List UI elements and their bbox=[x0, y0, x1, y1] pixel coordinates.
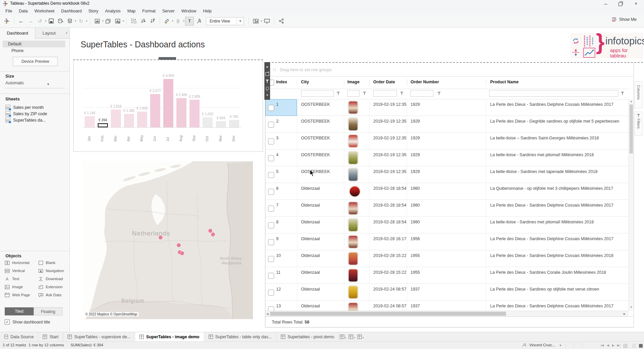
menu-story[interactable]: Story bbox=[85, 9, 101, 13]
share-icon[interactable] bbox=[277, 17, 285, 25]
new-worksheet-tab-button[interactable]: + bbox=[339, 332, 348, 341]
run-update-icon[interactable]: ↻▾ bbox=[76, 17, 87, 25]
column-header-index[interactable]: Index bbox=[276, 80, 287, 84]
fix-axes-icon[interactable] bbox=[195, 17, 203, 25]
sheet-item[interactable]: SuperTables da... bbox=[0, 117, 70, 123]
row-checkbox[interactable] bbox=[268, 306, 274, 311]
row-checkbox[interactable] bbox=[268, 206, 274, 212]
bar-Feb[interactable] bbox=[98, 123, 108, 127]
object-download[interactable]: Download bbox=[38, 277, 67, 281]
sort-descending-icon[interactable] bbox=[148, 17, 157, 25]
row-checkbox[interactable] bbox=[268, 222, 274, 228]
row-checkbox[interactable] bbox=[268, 189, 274, 195]
undo-icon[interactable]: ← bbox=[17, 17, 25, 25]
filter-order-date-funnel-icon[interactable] bbox=[400, 92, 403, 95]
collapse-pane-icon[interactable]: ‹ bbox=[66, 30, 68, 35]
row-checkbox[interactable] bbox=[268, 105, 274, 111]
map-attribution[interactable]: © 2022 Mapbox © OpenStreetMap bbox=[84, 312, 139, 316]
sheet-item[interactable]: Sales per month bbox=[0, 104, 70, 111]
filter-city-funnel-icon[interactable] bbox=[337, 92, 340, 95]
chart-zone[interactable]: € 1.140Jan€ 394Feb€ 1.816Mar€ 1.380Apr€ … bbox=[73, 59, 263, 152]
size-dropdown[interactable]: Automatic ▼ bbox=[5, 81, 65, 88]
floating-button[interactable]: Floating bbox=[34, 307, 62, 315]
table-row[interactable]: 13Oldenzaal2019-02-24 08:571937La Perle … bbox=[265, 301, 629, 311]
clear-sheet-icon[interactable]: ▾ bbox=[113, 17, 124, 25]
sheet-tab-data-source[interactable]: Data Source bbox=[0, 332, 38, 341]
filter-order-number-input[interactable] bbox=[411, 90, 433, 97]
table-row[interactable]: 4OOSTERBEEK2019-02-19 12:351929La belle-… bbox=[265, 149, 629, 166]
zone-more-icon[interactable]: ▼ bbox=[264, 92, 270, 99]
object-blank[interactable]: Blank bbox=[38, 261, 67, 265]
table-row[interactable]: 10Oldenzaal2019-02-28 15:221955La Perle … bbox=[265, 250, 629, 267]
sheet-tab-supertables-table-only-das[interactable]: SuperTables - table only das... bbox=[204, 332, 276, 341]
table-row[interactable]: 11Oldenzaal2019-02-28 15:221955La Perle … bbox=[265, 267, 629, 284]
sheet-tab-supertables-image-demo[interactable]: SuperTables - image demo bbox=[135, 332, 204, 341]
scroll-right-icon[interactable]: ▶ bbox=[624, 312, 626, 315]
group-members-icon[interactable]: ▾ bbox=[173, 17, 184, 25]
new-story-tab-button[interactable]: + bbox=[356, 332, 365, 341]
object-text[interactable]: AText bbox=[5, 277, 38, 281]
table-row[interactable]: 3OOSTERBEEK2019-02-19 12:351929La belle-… bbox=[265, 133, 629, 149]
new-data-source-icon[interactable] bbox=[56, 17, 65, 25]
map-zone[interactable]: Netherlands North Rhine-Westphalia Belgi… bbox=[82, 161, 253, 319]
horizontal-scrollbar[interactable]: ◀ ▶ bbox=[265, 311, 629, 316]
device-preview-button[interactable]: Device Preview bbox=[13, 57, 58, 66]
scroll-left-icon[interactable]: ◀ bbox=[266, 312, 268, 315]
zone-close-icon[interactable]: ✕ bbox=[264, 63, 270, 71]
pause-auto-updates-icon[interactable]: ▾ bbox=[65, 17, 76, 25]
sort-ascending-icon[interactable] bbox=[139, 17, 147, 25]
column-header-product-name[interactable]: Product Name bbox=[490, 80, 519, 84]
tab-dashboard[interactable]: Dashboard bbox=[0, 28, 35, 39]
map-mark[interactable] bbox=[159, 235, 163, 239]
bar-May[interactable] bbox=[137, 112, 147, 127]
show-mark-labels-icon[interactable]: T bbox=[185, 17, 194, 26]
menu-map[interactable]: Map bbox=[124, 9, 139, 13]
row-groups-dropzone[interactable]: Drag here to set row groups bbox=[265, 63, 643, 77]
zone-drag-handle[interactable] bbox=[159, 57, 176, 60]
presentation-mode-icon[interactable] bbox=[263, 17, 271, 25]
filters-side-tab[interactable]: Filters bbox=[635, 112, 642, 136]
row-checkbox[interactable] bbox=[268, 239, 274, 245]
menu-help[interactable]: Help bbox=[200, 9, 215, 13]
table-row[interactable]: 12Oldenzaal2019-02-24 08:571937La Perle … bbox=[265, 284, 629, 301]
menu-window[interactable]: Window bbox=[178, 9, 200, 13]
filter-product-name-input[interactable] bbox=[489, 90, 618, 97]
map-mark[interactable] bbox=[177, 243, 181, 247]
bar-Jul[interactable] bbox=[163, 79, 173, 127]
last-sheet-icon[interactable]: ▶| bbox=[617, 344, 620, 347]
current-view-icon[interactable] bbox=[639, 344, 643, 348]
show-me-button[interactable]: Show Me bbox=[612, 17, 637, 22]
menu-data[interactable]: Data bbox=[15, 9, 31, 13]
table-row[interactable]: 7Oldenzaal2019-02-28 18:541960La Perle d… bbox=[265, 200, 629, 217]
restore-button[interactable] bbox=[614, 0, 626, 7]
object-vertical[interactable]: Vertical bbox=[5, 269, 38, 273]
zone-filter-icon[interactable] bbox=[264, 78, 270, 85]
show-hide-cards-icon[interactable]: ▾ bbox=[251, 17, 262, 25]
new-worksheet-icon[interactable]: ▾ bbox=[92, 17, 103, 25]
minimize-button[interactable] bbox=[600, 0, 611, 7]
scroll-down-icon[interactable]: ▼ bbox=[630, 306, 633, 309]
close-button[interactable]: × bbox=[630, 0, 642, 7]
menu-worksheet[interactable]: Worksheet bbox=[31, 9, 58, 13]
column-header-order-number[interactable]: Order Number bbox=[411, 80, 439, 84]
zone-pin-icon[interactable] bbox=[264, 85, 270, 92]
object-web-page[interactable]: Web Page bbox=[5, 293, 38, 297]
map-mark[interactable] bbox=[180, 251, 184, 255]
column-header-order-date[interactable]: Order Date bbox=[373, 80, 395, 84]
device-phone[interactable]: Phone bbox=[3, 47, 65, 54]
scroll-up-icon[interactable]: ▲ bbox=[630, 100, 633, 103]
table-row[interactable]: 9Oldenzaal2019-02-28 16:171956La Perle d… bbox=[265, 233, 629, 250]
fit-selector[interactable]: Entire View ▼ bbox=[206, 17, 244, 25]
table-row[interactable]: 2OOSTERBEEK2019-02-19 12:351929La Perle … bbox=[265, 116, 629, 133]
supertable-zone[interactable]: Drag here to set row groups IndexCityIma… bbox=[265, 62, 643, 328]
filter-image-input[interactable] bbox=[347, 90, 359, 97]
user-menu[interactable]: Vincent Cruic... ▼ bbox=[523, 343, 562, 347]
zone-expand-icon[interactable] bbox=[264, 71, 270, 78]
object-image[interactable]: Image bbox=[5, 285, 38, 289]
bar-Dec[interactable] bbox=[229, 120, 239, 127]
table-row[interactable]: 8Oldenzaal2019-02-28 18:541960La belle-i… bbox=[265, 217, 629, 233]
swap-rows-columns-icon[interactable] bbox=[130, 17, 138, 25]
sheet-tab-supertables-superstore-de[interactable]: SuperTables - superstore de... bbox=[63, 332, 135, 341]
table-row[interactable]: 1OOSTERBEEK2019-02-19 12:351929La Perle … bbox=[265, 99, 629, 116]
filmstrip-icon[interactable] bbox=[632, 344, 637, 348]
